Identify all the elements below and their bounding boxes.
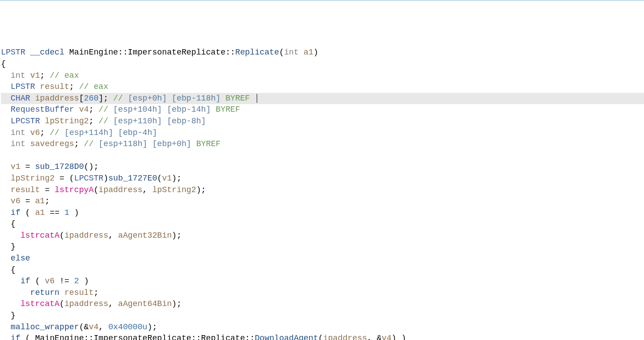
code-line[interactable]: int v6; // [esp+114h] [ebp-4h] [1,127,644,139]
code-line[interactable]: if ( v6 != 2 ) [1,276,644,287]
code-line[interactable]: int savedregs; // [esp+118h] [ebp+0h] BY… [1,139,644,150]
code-line[interactable]: v1 = sub_1728D0(); [1,161,644,173]
code-line[interactable]: if ( MainEngine::ImpersonateReplicate::R… [1,333,644,340]
decompiler-pseudocode-view[interactable]: LPSTR __cdecl MainEngine::ImpersonateRep… [0,46,644,340]
code-line[interactable]: lstrcatA(ipaddress, aAgent32Bin); [1,230,644,242]
code-line[interactable]: LPCSTR lpString2; // [esp+110h] [ebp-8h] [1,116,644,127]
code-line[interactable]: return result; [1,287,644,299]
code-line[interactable]: malloc_wrapper(&v4, 0x40000u); [1,322,644,333]
code-line[interactable]: if ( a1 == 1 ) [1,207,644,219]
code-line[interactable]: lpString2 = (LPCSTR)sub_1727E0(v1); [1,173,644,185]
code-line[interactable]: { [1,59,644,70]
code-line[interactable]: result = lstrcpyA(ipaddress, lpString2); [1,185,644,196]
code-line[interactable]: RequestBuffer v4; // [esp+104h] [ebp-14h… [1,104,644,116]
code-line[interactable]: } [1,310,644,322]
code-line[interactable]: v6 = a1; [1,196,644,207]
code-line[interactable]: int v1; // eax [1,70,644,82]
code-line[interactable]: LPSTR __cdecl MainEngine::ImpersonateRep… [1,47,644,59]
code-line[interactable] [1,150,644,162]
code-line[interactable]: { [1,218,644,230]
code-line[interactable]: lstrcatA(ipaddress, aAgent64Bin); [1,298,644,310]
code-line[interactable]: CHAR ipaddress[260]; // [esp+0h] [ebp-11… [1,93,644,105]
code-line[interactable]: } [1,241,644,253]
code-line[interactable]: else [1,253,644,264]
code-line[interactable]: { [1,264,644,276]
code-line[interactable]: LPSTR result; // eax [1,81,644,93]
